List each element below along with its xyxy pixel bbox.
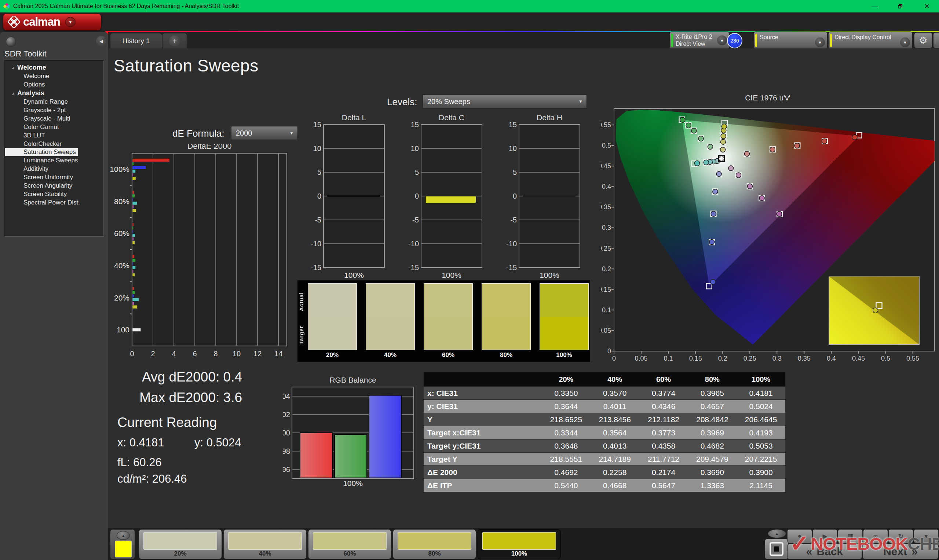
measured-marker-magenta [728, 166, 734, 171]
de-bar-magenta [133, 237, 134, 241]
de-bar-yellow [133, 241, 135, 245]
meter-dropdown[interactable]: X-Rite i1Pro 2 Direct View ▼ [669, 32, 729, 49]
svg-text:10: 10 [313, 145, 321, 152]
levels-label: Levels: [387, 96, 417, 108]
measured-marker-green [686, 123, 691, 128]
sidebar-item-options[interactable]: Options [5, 80, 103, 89]
pattern-button-100%[interactable]: 100% [478, 529, 561, 559]
sidebar-item-screen-stability[interactable]: Screen Stability [5, 190, 103, 198]
minimize-button[interactable]: — [867, 0, 883, 12]
sidebar-collapse-button[interactable]: ◀ [96, 36, 106, 46]
pattern-button-80%[interactable]: 80% [393, 529, 476, 559]
quick-color-swatch[interactable] [115, 541, 132, 557]
svg-text:12: 12 [253, 350, 262, 358]
sidebar-section-welcome[interactable]: Welcome [5, 63, 103, 72]
logo-menu-arrow[interactable]: ▼ [65, 17, 76, 27]
svg-text:0.1: 0.1 [602, 306, 611, 314]
close-icon: × [924, 1, 930, 11]
patterns-up-button[interactable]: ▲ [768, 529, 786, 538]
measured-marker-blue [716, 172, 722, 177]
measured-marker-magenta [777, 211, 782, 216]
measure-control-1-button[interactable]: ▶ [813, 529, 837, 543]
svg-text:Delta L: Delta L [342, 114, 367, 122]
white-point-measured [719, 156, 724, 161]
sidebar-item-additivity[interactable]: Additivity [5, 165, 103, 173]
svg-text:14: 14 [274, 350, 282, 358]
close-button[interactable]: × [919, 0, 935, 12]
pattern-button-20%[interactable]: 20% [139, 529, 222, 559]
svg-text:100%: 100% [442, 271, 461, 279]
meter-count-badge[interactable]: 236 [727, 33, 742, 48]
source-dropdown[interactable]: Source ▼ [753, 32, 828, 49]
sidebar-item-color-gamut[interactable]: Color Gamut [5, 123, 103, 131]
measured-marker-blue [711, 279, 715, 285]
tab-history-1[interactable]: History 1 [110, 33, 162, 49]
pattern-color-chip [143, 532, 217, 550]
next-arrow-icon: » [911, 545, 918, 558]
measured-marker-blue [713, 189, 718, 194]
display-control-dropdown-arrow[interactable]: ▼ [900, 37, 910, 47]
expand-triangle-icon[interactable] [12, 92, 14, 95]
pattern-button-60%[interactable]: 60% [308, 529, 392, 559]
chevron-down-icon: ▼ [720, 38, 724, 43]
svg-text:100%: 100% [540, 271, 560, 279]
de-bar-magenta [133, 302, 134, 305]
sidebar-item-3d-lut[interactable]: 3D LUT [5, 131, 103, 140]
collapse-left-icon: ◀ [99, 38, 103, 44]
calman-logo-icon [8, 16, 20, 28]
sidebar-item-welcome[interactable]: Welcome [5, 72, 103, 80]
settings-button[interactable]: ⚙ [914, 32, 933, 48]
sidebar-item-spectral-power-dist[interactable]: Spectral Power Dist. [5, 198, 103, 207]
pattern-expand-button[interactable]: ▲ [117, 531, 130, 540]
svg-text:0: 0 [612, 355, 616, 362]
measure-control-5-button[interactable]: ▾ [914, 529, 939, 543]
stop-button[interactable] [765, 539, 788, 559]
restore-icon [898, 4, 903, 9]
sidebar-item-screen-angularity[interactable]: Screen Angularity [5, 182, 103, 190]
measure-control-3-button[interactable]: ∞ [863, 529, 888, 543]
tab-add[interactable]: + [162, 33, 187, 49]
sidebar-item-grayscale-multi[interactable]: Grayscale - Multi [5, 114, 103, 123]
sidebar-item-grayscale-2pt[interactable]: Grayscale - 2pt [5, 106, 103, 114]
measure-control-0-button[interactable]: ● [787, 529, 812, 543]
sidebar-item-screen-uniformity[interactable]: Screen Uniformity [5, 173, 103, 182]
calman-menu-button[interactable]: calman ▼ [3, 14, 101, 31]
chevron-down-icon: ▼ [578, 99, 583, 104]
svg-text:-5: -5 [315, 216, 321, 224]
sidebar-item-saturation-sweeps[interactable]: Saturation Sweeps [5, 148, 78, 156]
delta-c-chart: Delta C151050-5-10-15100% [406, 114, 485, 282]
sidebar-item-dynamic-range[interactable]: Dynamic Range [5, 97, 103, 106]
display-control-dropdown[interactable]: Direct Display Control ▼ [828, 32, 913, 49]
measure-control-2-button[interactable]: ▦ [838, 529, 863, 543]
restore-button[interactable] [892, 0, 908, 12]
measurement-table: 20%40%60%80%100%x: CIE310.33500.35700.37… [424, 372, 785, 492]
levels-dropdown[interactable]: 20% Sweeps ▼ [422, 95, 587, 108]
svg-text:5: 5 [317, 168, 321, 176]
sidebar-item-luminance-sweeps[interactable]: Luminance Sweeps [5, 156, 103, 165]
measured-marker-yellow [722, 124, 727, 129]
formula-dropdown[interactable]: 2000 ▼ [231, 126, 298, 140]
de-bar-green [133, 162, 134, 165]
meter-dropdown-arrow[interactable]: ▼ [717, 35, 727, 45]
formula-value: 2000 [236, 129, 252, 137]
measured-marker-yellow [721, 134, 726, 138]
next-button[interactable]: Next » [863, 544, 938, 559]
sidebar-section-analysis[interactable]: Analysis [5, 89, 103, 97]
collapse-panel-button[interactable]: ◀ [933, 32, 939, 48]
back-button[interactable]: « Back [787, 544, 862, 559]
expand-triangle-icon[interactable] [12, 66, 14, 69]
svg-text:-15: -15 [311, 263, 321, 272]
current-cdm2-value: cd/m²: 206.46 [117, 472, 187, 486]
sidebar-item-colorchecker[interactable]: ColorChecker [5, 140, 103, 148]
pattern-button-40%[interactable]: 40% [224, 529, 307, 559]
measure-control-4-button[interactable]: ↻ [888, 529, 913, 543]
sidebar-sphere-button[interactable] [6, 37, 16, 47]
measured-marker-green [691, 128, 697, 134]
svg-text:15: 15 [411, 121, 419, 129]
svg-text:-5: -5 [412, 216, 419, 224]
svg-text:-10: -10 [506, 240, 517, 248]
source-dropdown-arrow[interactable]: ▼ [815, 37, 825, 47]
current-reading-title: Current Reading [117, 415, 217, 430]
window-title: Calman 2025 Calman Ultimate for Business… [13, 3, 239, 9]
svg-text:96: 96 [283, 465, 290, 474]
